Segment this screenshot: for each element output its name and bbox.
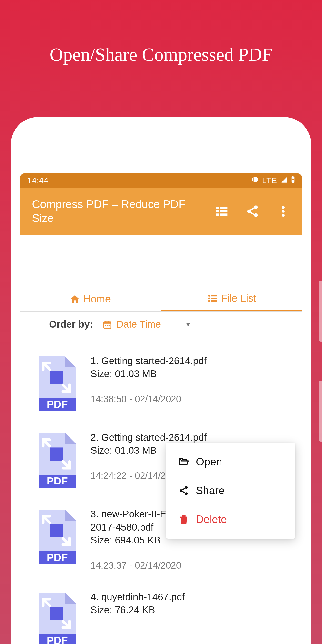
- network-label: LTE: [262, 176, 277, 185]
- svg-rect-29: [105, 325, 106, 326]
- order-value: Date Time: [116, 319, 161, 330]
- svg-point-16: [282, 206, 285, 209]
- dropdown-caret-icon: ▼: [185, 320, 192, 328]
- svg-rect-38: [50, 524, 63, 537]
- svg-rect-27: [106, 320, 106, 322]
- trash-icon: [178, 514, 189, 525]
- svg-rect-22: [211, 298, 217, 299]
- context-menu: Open Share Delete: [166, 442, 296, 538]
- svg-rect-10: [220, 214, 227, 216]
- signal-icon: [281, 176, 288, 185]
- list-item[interactable]: PDF 4. quyetdinh-1467.pdf Size: 76.24 KB: [20, 580, 302, 644]
- share-icon: [178, 485, 189, 496]
- svg-text:PDF: PDF: [46, 398, 68, 410]
- vibrate-icon: [252, 176, 259, 185]
- svg-rect-15: [248, 211, 256, 216]
- pdf-file-icon: PDF: [34, 354, 78, 411]
- edge-handle: [319, 380, 322, 442]
- svg-rect-20: [211, 295, 217, 296]
- svg-rect-2: [257, 178, 258, 181]
- svg-text:PDF: PDF: [46, 552, 68, 563]
- order-label: Order by:: [49, 319, 93, 330]
- svg-rect-0: [254, 177, 256, 182]
- tab-home[interactable]: Home: [20, 287, 161, 311]
- file-time: 14:23:37 - 02/14/2020: [90, 560, 292, 571]
- edge-handle: [319, 280, 322, 342]
- svg-rect-4: [292, 176, 294, 177]
- svg-rect-9: [216, 214, 219, 216]
- home-icon: [70, 294, 80, 304]
- promo-title: Open/Share Compressed PDF: [0, 0, 322, 65]
- svg-rect-14: [248, 206, 256, 212]
- order-bar: Order by: Date Time ▼: [20, 312, 302, 337]
- file-title: 1. Getting started-2614.pdf: [90, 354, 292, 367]
- menu-open[interactable]: Open: [166, 448, 296, 476]
- folder-open-icon: [178, 456, 189, 467]
- svg-rect-41: [50, 607, 63, 620]
- svg-point-18: [282, 214, 285, 216]
- svg-point-21: [208, 298, 210, 299]
- svg-rect-6: [220, 206, 227, 209]
- status-bar: 14:44 LTE: [20, 173, 302, 188]
- tab-file-list[interactable]: File List: [161, 287, 302, 311]
- phone-frame: 14:44 LTE Compress PDF – Reduce PDF Size: [11, 117, 311, 644]
- appbar-actions: [215, 204, 290, 218]
- list-icon: [207, 293, 218, 304]
- list-view-icon[interactable]: [215, 204, 228, 218]
- svg-rect-1: [252, 178, 253, 181]
- file-title: 2. Getting started-2614.pdf: [90, 431, 292, 444]
- file-time: 14:38:50 - 02/14/2020: [90, 394, 292, 404]
- svg-point-23: [208, 300, 210, 302]
- tabs: Home File List: [20, 287, 302, 312]
- app-title: Compress PDF – Reduce PDF Size: [32, 197, 210, 226]
- pdf-file-icon: PDF: [34, 590, 78, 644]
- menu-open-label: Open: [196, 456, 222, 468]
- app-bar: Compress PDF – Reduce PDF Size: [20, 188, 302, 235]
- status-time: 14:44: [27, 176, 48, 186]
- tab-file-list-label: File List: [221, 292, 256, 304]
- svg-rect-28: [108, 320, 109, 322]
- file-title: 4. quyetdinh-1467.pdf: [90, 590, 292, 604]
- tab-home-label: Home: [84, 293, 111, 305]
- svg-text:PDF: PDF: [46, 634, 68, 644]
- screen: 14:44 LTE Compress PDF – Reduce PDF Size: [20, 173, 302, 644]
- svg-rect-5: [216, 206, 219, 209]
- file-size: Size: 76.24 KB: [90, 604, 292, 616]
- status-indicators: LTE: [252, 176, 295, 185]
- svg-rect-35: [50, 448, 63, 460]
- pdf-file-icon: PDF: [34, 431, 78, 488]
- svg-point-17: [282, 210, 285, 213]
- list-item[interactable]: PDF 1. Getting started-2614.pdf Size: 01…: [20, 344, 302, 421]
- svg-rect-32: [50, 371, 63, 384]
- calendar-icon: [103, 320, 112, 329]
- menu-delete-label: Delete: [196, 513, 227, 526]
- menu-delete[interactable]: Delete: [166, 505, 296, 534]
- menu-share-label: Share: [196, 484, 224, 497]
- more-icon[interactable]: [276, 204, 290, 218]
- svg-rect-31: [108, 325, 110, 326]
- file-size: Size: 01.03 MB: [90, 368, 292, 379]
- svg-rect-8: [220, 210, 227, 212]
- svg-text:PDF: PDF: [46, 475, 68, 487]
- svg-rect-30: [107, 325, 108, 326]
- svg-rect-26: [104, 322, 111, 324]
- share-icon[interactable]: [246, 204, 259, 218]
- battery-icon: [291, 176, 295, 185]
- order-select[interactable]: Date Time ▼: [103, 319, 192, 330]
- svg-point-19: [208, 295, 210, 297]
- menu-share[interactable]: Share: [166, 476, 296, 505]
- svg-rect-24: [211, 300, 217, 302]
- pdf-file-icon: PDF: [34, 508, 78, 564]
- svg-rect-7: [216, 210, 219, 212]
